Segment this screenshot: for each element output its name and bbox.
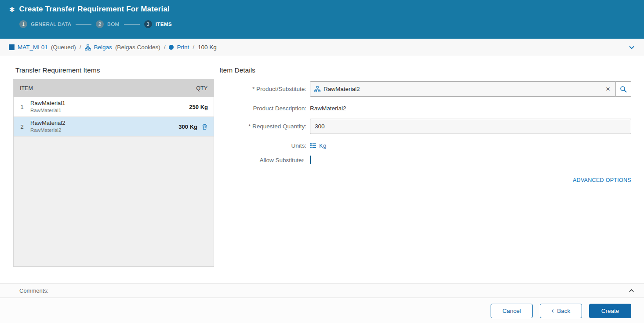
product-substitute-row: * Product/Substitute: × [219, 81, 631, 97]
bom-icon [314, 86, 320, 92]
asterisk-icon: ✱ [9, 6, 15, 13]
bom-description-text: (Belgas Cookies) [115, 44, 160, 51]
product-substitute-field[interactable]: × [310, 81, 616, 97]
back-button[interactable]: ‹ Back [540, 304, 582, 318]
items-table: ITEM QTY 1 RawMaterial1 RawMaterial1 250… [13, 79, 214, 267]
units-value-link[interactable]: Kg [319, 142, 327, 149]
material-status-text: (Queued) [51, 44, 76, 51]
bom-icon [85, 44, 91, 51]
step-number-badge: 2 [96, 20, 104, 28]
breadcrumb-bom-link[interactable]: Belgas [94, 44, 112, 51]
product-substitute-input[interactable] [324, 86, 601, 92]
toggle-knob [303, 157, 309, 163]
comments-label: Comments: [19, 287, 48, 294]
column-header-qty: QTY [196, 85, 207, 91]
delete-row-icon[interactable] [201, 123, 208, 130]
dialog-header: ✱ Create Transfer Requirement For Materi… [0, 0, 644, 39]
material-status-icon [9, 44, 15, 50]
units-list-icon [310, 142, 317, 149]
breadcrumb: MAT_ML01 (Queued) / Belgas (Belgas Cooki… [0, 39, 644, 56]
breadcrumb-quantity: 100 Kg [198, 44, 217, 51]
row-item-description: RawMaterial1 [30, 107, 189, 114]
step-number-badge: 3 [144, 20, 152, 28]
operation-status-icon [169, 45, 174, 50]
breadcrumb-separator: / [79, 44, 82, 51]
chevron-up-icon[interactable] [628, 287, 635, 294]
product-substitute-label: * Product/Substitute: [219, 86, 310, 92]
table-row[interactable]: 1 RawMaterial1 RawMaterial1 250 Kg [14, 97, 214, 117]
breadcrumb-separator: / [164, 44, 166, 51]
breadcrumb-separator: / [192, 44, 195, 51]
step-connector [124, 24, 140, 25]
allow-substitutes-row: Allow Substitutes: [219, 156, 631, 164]
allow-substitutes-toggle[interactable] [310, 156, 311, 164]
page-title: Create Transfer Requirement For Material [19, 5, 170, 14]
transfer-requirement-items-panel: Transfer Requirement Items ITEM QTY 1 Ra… [13, 56, 214, 267]
dialog-footer: Cancel ‹ Back Create [0, 298, 644, 323]
advanced-options: ADVANCED OPTIONS [219, 176, 631, 184]
clear-icon[interactable]: × [604, 85, 611, 93]
items-panel-title: Transfer Requirement Items [15, 66, 214, 74]
cancel-button[interactable]: Cancel [491, 304, 533, 318]
item-details-panel: Item Details * Product/Substitute: × [219, 56, 631, 184]
items-table-header: ITEM QTY [14, 80, 214, 97]
allow-substitutes-label: Allow Substitutes: [219, 157, 310, 163]
items-table-empty-area [14, 137, 214, 266]
product-description-row: Product Description: RawMaterial2 [219, 105, 631, 112]
row-qty: 250 Kg [189, 104, 208, 110]
details-panel-title: Item Details [219, 66, 631, 74]
requested-quantity-row: * Requested Quantity: [219, 119, 631, 134]
required-marker: * [248, 123, 251, 130]
chevron-down-icon[interactable] [628, 44, 635, 51]
breadcrumb-operation-link[interactable]: Print [177, 44, 189, 51]
row-item-name: RawMaterial1 [30, 100, 189, 107]
units-label: Units: [219, 142, 310, 149]
row-qty: 300 Kg [178, 123, 197, 130]
create-button[interactable]: Create [589, 304, 631, 318]
table-row-selected[interactable]: 2 RawMaterial2 RawMaterial2 300 Kg [14, 117, 214, 137]
required-marker: * [252, 86, 255, 92]
wizard-step-general-data[interactable]: 1 GENERAL DATA [19, 20, 71, 28]
product-description-label: Product Description: [219, 105, 310, 112]
step-label: BOM [107, 22, 120, 27]
main-content: Transfer Requirement Items ITEM QTY 1 Ra… [0, 56, 644, 283]
product-description-value: RawMaterial2 [310, 105, 631, 112]
product-search-button[interactable] [615, 81, 631, 97]
advanced-options-link[interactable]: ADVANCED OPTIONS [573, 177, 631, 183]
row-index: 1 [14, 104, 30, 110]
column-header-item: ITEM [20, 85, 33, 91]
requested-quantity-label: * Requested Quantity: [219, 123, 310, 130]
requested-quantity-input[interactable] [310, 119, 631, 134]
wizard-step-items[interactable]: 3 ITEMS [144, 20, 172, 28]
row-item-description: RawMaterial2 [30, 127, 178, 134]
row-item-name: RawMaterial2 [30, 120, 178, 127]
back-button-label: Back [557, 308, 570, 314]
step-label: ITEMS [156, 22, 172, 27]
wizard-steps: 1 GENERAL DATA 2 BOM 3 ITEMS [0, 14, 644, 28]
wizard-step-bom[interactable]: 2 BOM [96, 20, 120, 28]
comments-bar: Comments: [0, 283, 644, 298]
step-number-badge: 1 [19, 20, 27, 28]
units-row: Units: Kg [219, 142, 631, 149]
row-index: 2 [14, 123, 30, 130]
breadcrumb-material-link[interactable]: MAT_ML01 [18, 44, 48, 51]
chevron-left-icon: ‹ [552, 307, 554, 314]
step-label: GENERAL DATA [31, 22, 71, 27]
step-connector [76, 24, 91, 25]
create-transfer-requirement-dialog: ✱ Create Transfer Requirement For Materi… [0, 0, 644, 323]
